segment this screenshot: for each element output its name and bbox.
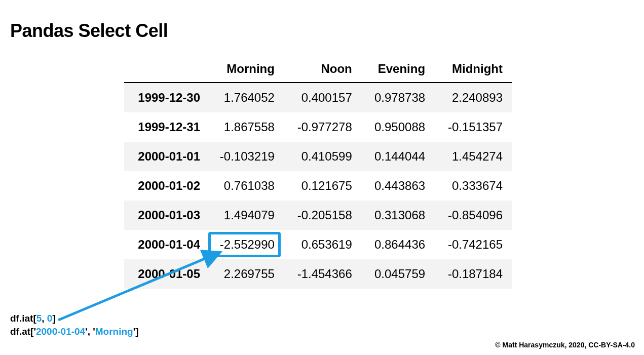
- cell: 0.443863: [361, 171, 434, 201]
- cell: 0.045759: [361, 259, 434, 289]
- cell: 0.144044: [361, 142, 434, 171]
- table-row: 2000-01-01 -0.103219 0.410599 0.144044 1…: [124, 142, 512, 171]
- col-header: Morning: [206, 56, 284, 83]
- table-row: 2000-01-04 -2.552990 0.653619 0.864436 -…: [124, 230, 512, 259]
- cell: -0.977278: [284, 112, 361, 142]
- cell: 2.269755: [206, 259, 284, 289]
- row-index: 2000-01-04: [124, 230, 206, 259]
- table-header-row: Morning Noon Evening Midnight: [124, 56, 512, 83]
- cell: 0.761038: [206, 171, 284, 201]
- col-header: Noon: [284, 56, 361, 83]
- row-index: 1999-12-30: [124, 83, 206, 112]
- row-index: 2000-01-05: [124, 259, 206, 289]
- cell: 0.653619: [284, 230, 361, 259]
- table-row: 2000-01-02 0.761038 0.121675 0.443863 0.…: [124, 171, 512, 201]
- cell: 1.867558: [206, 112, 284, 142]
- cell: 1.764052: [206, 83, 284, 112]
- table-row: 1999-12-31 1.867558 -0.977278 0.950088 -…: [124, 112, 512, 142]
- table-row: 1999-12-30 1.764052 0.400157 0.978738 2.…: [124, 83, 512, 112]
- cell: -0.151357: [434, 112, 512, 142]
- copyright: © Matt Harasymczuk, 2020, CC-BY-SA-4.0: [495, 341, 635, 349]
- code-line-iat: df.iat[5, 0]: [10, 312, 139, 325]
- cell: -0.854096: [434, 201, 512, 230]
- cell: 0.950088: [361, 112, 434, 142]
- row-index: 2000-01-01: [124, 142, 206, 171]
- cell: -0.742165: [434, 230, 512, 259]
- cell: -0.205158: [284, 201, 361, 230]
- cell: -0.103219: [206, 142, 284, 171]
- row-index: 1999-12-31: [124, 112, 206, 142]
- cell: 0.400157: [284, 83, 361, 112]
- cell: -0.187184: [434, 259, 512, 289]
- cell-value: -2.552990: [220, 238, 275, 251]
- cell: -1.454366: [284, 259, 361, 289]
- dataframe-table: Morning Noon Evening Midnight 1999-12-30…: [124, 56, 512, 289]
- cell: 0.313068: [361, 201, 434, 230]
- table-row: 2000-01-05 2.269755 -1.454366 0.045759 -…: [124, 259, 512, 289]
- table-corner: [124, 56, 206, 83]
- table-row: 2000-01-03 1.494079 -0.205158 0.313068 -…: [124, 201, 512, 230]
- row-index: 2000-01-03: [124, 201, 206, 230]
- cell: 0.333674: [434, 171, 512, 201]
- cell: 0.978738: [361, 83, 434, 112]
- cell: 0.864436: [361, 230, 434, 259]
- row-index: 2000-01-02: [124, 171, 206, 201]
- page-title: Pandas Select Cell: [10, 20, 168, 42]
- cell: 1.454274: [434, 142, 512, 171]
- highlighted-cell: -2.552990: [206, 230, 284, 259]
- code-line-at: df.at['2000-01-04', 'Morning']: [10, 325, 139, 338]
- cell: 2.240893: [434, 83, 512, 112]
- cell: 0.121675: [284, 171, 361, 201]
- code-example: df.iat[5, 0] df.at['2000-01-04', 'Mornin…: [10, 312, 139, 338]
- col-header: Evening: [361, 56, 434, 83]
- col-header: Midnight: [434, 56, 512, 83]
- cell: 0.410599: [284, 142, 361, 171]
- cell: 1.494079: [206, 201, 284, 230]
